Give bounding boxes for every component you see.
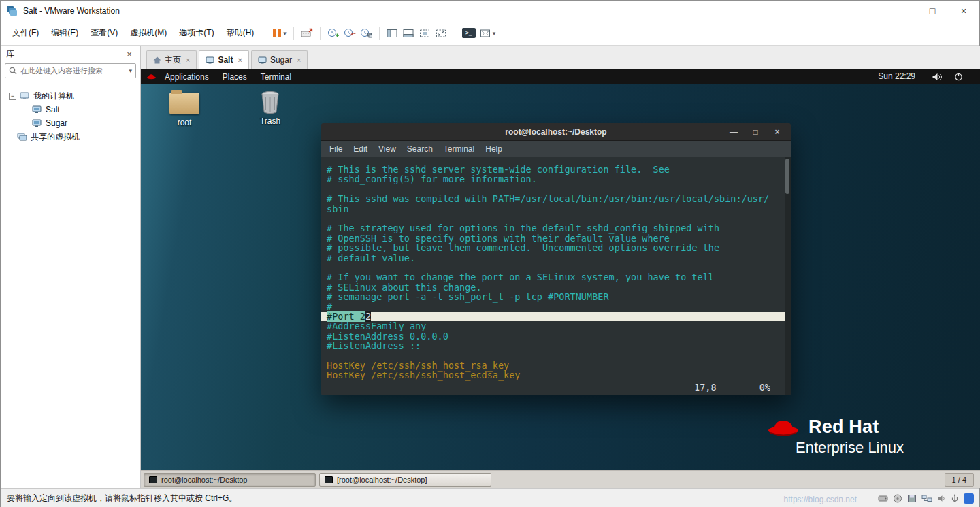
minimize-icon[interactable]: — [723,127,745,137]
clock[interactable]: Sun 22:29 [878,71,915,81]
tree-item-label: 共享的虚拟机 [31,131,80,143]
terminal-line: # possible, but leave them commented. Un… [327,243,791,252]
tree-item-vm-salt[interactable]: Salt [1,103,140,116]
tree-item-my-computer[interactable]: − 我的计算机 [1,89,140,103]
power-pause-button[interactable]: ▾ [270,24,289,42]
terminal-body[interactable]: # This is the sshd server system-wide co… [321,157,791,395]
cdrom-icon[interactable] [893,494,902,503]
snapshot-manager-icon [360,28,372,38]
tree-item-vm-sugar[interactable]: Sugar [1,116,140,130]
terminal-scrollbar[interactable] [785,157,791,395]
terminal-titlebar[interactable]: root@localhost:~/Desktop — □ × [321,123,791,141]
volume-icon[interactable] [932,73,943,83]
terminal-menu-edit[interactable]: Edit [348,144,373,154]
menu-tabs[interactable]: 选项卡(T) [173,24,220,42]
gnome-menu-places[interactable]: Places [216,72,254,82]
terminal-line [327,263,791,272]
gnome-menu-applications[interactable]: Applications [158,72,216,82]
snapshot-revert-icon [344,28,356,38]
toolbar-separator [320,27,321,40]
chevron-down-icon[interactable]: ▾ [493,30,496,37]
close-icon[interactable]: × [766,127,788,137]
show-thumbnail-bar-button[interactable] [401,24,417,42]
terminal-menu-help[interactable]: Help [480,144,508,154]
floppy-icon[interactable] [907,494,917,503]
terminal-line: # OpenSSH is to specify options with the… [327,233,791,243]
terminal-line: #ListenAddress 0.0.0.0 [327,331,791,341]
send-ctrl-alt-del-button[interactable] [299,24,315,42]
tab-salt[interactable]: Salt × [199,50,248,69]
vmware-menubar: 文件(F) 编辑(E) 查看(V) 虚拟机(M) 选项卡(T) 帮助(H) ▾ [1,21,979,46]
close-icon[interactable]: × [948,1,979,21]
fullscreen-icon [480,29,491,38]
maximize-icon[interactable]: □ [745,127,766,137]
minimize-icon[interactable]: — [885,1,917,21]
console-view-button[interactable]: >_ [460,24,478,42]
terminal-line: # semanage port -a -t ssh_port_t -p tcp … [327,292,791,301]
vm-icon [32,119,42,127]
snapshot-manager-button[interactable] [358,24,374,42]
panel-bottom-icon [403,29,414,38]
terminal-menu-terminal[interactable]: Terminal [438,144,480,154]
close-icon[interactable]: × [238,56,242,64]
desktop-icon-trash[interactable]: Trash [248,90,292,126]
terminal-line: # [327,301,791,311]
terminal-window-controls: — □ × [723,123,788,141]
close-icon[interactable]: × [297,56,301,64]
menu-edit[interactable]: 编辑(E) [45,24,84,42]
close-icon[interactable]: × [186,56,190,64]
menu-help[interactable]: 帮助(H) [220,24,261,42]
window-list-label: root@localhost:~/Desktop [161,476,247,484]
terminal-line [327,350,791,360]
chevron-down-icon[interactable]: ▾ [129,67,132,74]
terminal-menu-file[interactable]: File [324,144,348,154]
search-input[interactable] [20,67,125,75]
folder-icon [169,93,199,114]
window-controls: — □ × [885,1,979,21]
tree-item-shared-vms[interactable]: 共享的虚拟机 [1,130,140,144]
terminal-line: # The strategy used for options in the d… [327,223,791,233]
fullscreen-button[interactable]: ▾ [478,24,498,42]
collapse-icon[interactable]: − [9,93,16,100]
desktop-icon-label: Trash [260,116,280,126]
revert-snapshot-button[interactable] [342,24,358,42]
maximize-icon[interactable]: □ [917,1,948,21]
window-list-item-terminal[interactable]: root@localhost:~/Desktop [144,473,316,487]
gnome-window-list: root@localhost:~/Desktop [root@localhost… [141,470,980,488]
watermark-text: https://blog.csdn.net [784,495,857,504]
watermark-badge-icon [964,493,974,504]
window-list-item-terminal-minimized[interactable]: [root@localhost:~/Desktop] [319,473,491,487]
scroll-percent: 0% [760,382,770,392]
tab-sugar[interactable]: Sugar × [251,50,308,69]
tab-bar: 主页 × Salt × Sugar × [141,46,980,69]
terminal-menu-view[interactable]: View [373,144,402,154]
usb-icon[interactable] [951,494,959,503]
menu-view[interactable]: 查看(V) [84,24,124,42]
scrollbar-thumb[interactable] [785,159,789,194]
gnome-menu-terminal[interactable]: Terminal [254,72,298,82]
menu-vm[interactable]: 虚拟机(M) [124,24,173,42]
vmware-app-icon [6,5,18,16]
redhat-hat-icon [766,415,802,438]
power-icon[interactable] [954,72,963,83]
tab-home[interactable]: 主页 × [146,50,197,69]
close-icon[interactable]: × [124,49,135,59]
take-snapshot-button[interactable] [325,24,342,42]
redhat-branding: Red Hat Enterprise Linux [766,415,904,457]
fit-guest-button[interactable] [417,24,434,42]
search-icon [9,67,17,75]
trash-icon [259,90,281,115]
fit-window-icon [436,29,447,38]
show-library-button[interactable] [385,24,401,42]
tab-label: 主页 [165,54,181,66]
workspace-switcher[interactable]: 1 / 4 [945,473,974,487]
harddisk-icon[interactable] [878,494,888,503]
desktop-icon-root[interactable]: root [163,93,206,127]
fit-window-button[interactable] [434,24,450,42]
terminal-menu-search[interactable]: Search [402,144,438,154]
chevron-down-icon[interactable]: ▾ [283,30,287,37]
guest-screen: Applications Places Terminal Sun 22:29 r… [141,69,980,488]
network-icon[interactable] [921,494,932,503]
sound-icon[interactable] [937,494,946,503]
menu-file[interactable]: 文件(F) [6,24,45,42]
